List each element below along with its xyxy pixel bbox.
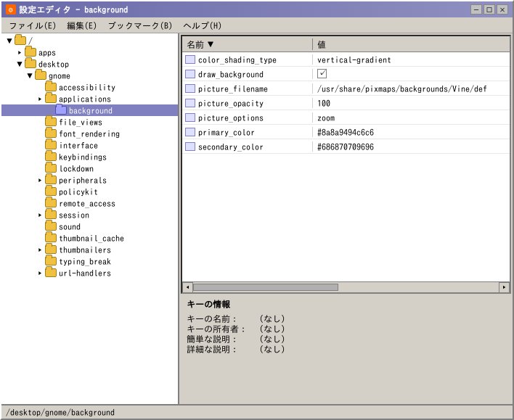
table-row[interactable]: picture_opacity 100 xyxy=(182,96,510,110)
expand-arrow-desktop: ▼ xyxy=(15,59,25,69)
scroll-track[interactable] xyxy=(193,284,499,291)
tree-label-lockdown: lockdown xyxy=(59,164,94,173)
titlebar-buttons: － □ × xyxy=(470,4,508,15)
tree-item-url-handlers[interactable]: ▶ url-handlers xyxy=(1,267,178,279)
tree-label-keybindings: keybindings xyxy=(59,152,107,161)
tree-label-url-handlers: url-handlers xyxy=(59,268,111,277)
tree-item-peripherals[interactable]: ▶ peripherals xyxy=(1,174,178,186)
folder-icon-gnome xyxy=(35,71,46,80)
left-panel-container: ▼ / ▶ apps ▼ desktop ▼ xyxy=(1,33,179,404)
cell-name-picture-opacity: picture_opacity xyxy=(182,98,313,108)
tree-item-apps[interactable]: ▶ apps xyxy=(1,46,178,58)
tree-item-thumbnailers[interactable]: ▶ thumbnailers xyxy=(1,244,178,255)
cell-name-primary-color: primary_color xyxy=(182,127,313,137)
folder-icon-thumbnailers xyxy=(45,245,57,254)
tree-item-font-rendering[interactable]: ▶ font_rendering xyxy=(1,128,178,139)
info-label-short-desc: 簡単な説明： xyxy=(187,334,252,343)
close-button[interactable]: × xyxy=(497,4,508,15)
tree-label-interface: interface xyxy=(59,141,98,149)
info-value-key-name: （なし） xyxy=(255,314,290,323)
info-label-key-owner: キーの所有者： xyxy=(187,324,252,333)
cell-value-picture-opacity: 100 xyxy=(313,98,335,108)
tree-item-session[interactable]: ▶ session xyxy=(1,209,178,221)
cell-name-draw-background: draw_background xyxy=(182,69,313,79)
tree-label-gnome: gnome xyxy=(49,71,70,80)
table-row[interactable]: color_shading_type vertical-gradient xyxy=(182,52,510,67)
cell-name-color-shading-type: color_shading_type xyxy=(182,54,313,65)
tree-item-lockdown[interactable]: ▶ lockdown xyxy=(1,162,178,174)
tree-view[interactable]: ▼ / ▶ apps ▼ desktop ▼ xyxy=(1,33,178,404)
tree-item-interface[interactable]: ▶ interface xyxy=(1,139,178,151)
titlebar: ⚙ 設定エディタ - background － □ × xyxy=(1,1,513,17)
tree-label-session: session xyxy=(59,210,89,219)
maximize-button[interactable]: □ xyxy=(484,4,495,15)
table-row[interactable]: draw_background xyxy=(182,67,510,81)
info-row-short-desc: 簡単な説明： （なし） xyxy=(187,334,505,343)
tree-label-applications: applications xyxy=(59,94,111,103)
tree-item-file-views[interactable]: ▶ file_views xyxy=(1,116,178,128)
row-icon xyxy=(185,70,195,78)
cell-value-primary-color: #8a8a9494c6c6 xyxy=(313,127,378,137)
menu-help[interactable]: ヘルプ(H) xyxy=(179,20,227,31)
checkbox-checked-icon xyxy=(317,69,327,78)
table-container: 名前 ▼ 値 color_shading_type vertical-gradi… xyxy=(181,35,511,294)
tree-item-accessibility[interactable]: ▶ accessibility xyxy=(1,81,178,93)
info-row-long-desc: 詳細な説明： （なし） xyxy=(187,345,505,353)
row-icon xyxy=(185,99,195,107)
menu-file[interactable]: ファイル(E) xyxy=(4,20,61,31)
expand-arrow-url-handlers: ▶ xyxy=(35,268,45,278)
row-icon xyxy=(185,55,195,64)
tree-item-desktop[interactable]: ▼ desktop xyxy=(1,58,178,70)
tree-label-background: background xyxy=(69,106,113,115)
tree-item-background[interactable]: ▶ background xyxy=(1,104,178,116)
folder-icon-session xyxy=(45,210,57,219)
row-icon xyxy=(185,128,195,136)
expand-arrow-session: ▶ xyxy=(35,210,45,220)
table-row[interactable]: primary_color #8a8a9494c6c6 xyxy=(182,125,510,139)
scroll-thumb[interactable] xyxy=(193,284,338,291)
row-icon xyxy=(185,113,195,122)
cell-value-picture-options: zoom xyxy=(313,112,339,123)
folder-icon-file-views xyxy=(45,118,57,126)
tree-item-typing-break[interactable]: ▶ typing_break xyxy=(1,255,178,267)
scroll-right-button[interactable]: ▶ xyxy=(499,282,510,293)
scroll-left-button[interactable]: ◀ xyxy=(182,282,193,293)
expand-arrow-apps: ▶ xyxy=(15,47,25,57)
expand-arrow-applications: ▶ xyxy=(35,94,45,104)
cell-name-picture-options: picture_options xyxy=(182,112,313,123)
tree-item-thumbnail-cache[interactable]: ▶ thumbnail_cache xyxy=(1,232,178,244)
column-header-name[interactable]: 名前 ▼ xyxy=(182,38,313,50)
table-row[interactable]: picture_options zoom xyxy=(182,110,510,125)
menu-bookmarks[interactable]: ブックマーク(B) xyxy=(103,20,177,31)
row-icon xyxy=(185,142,195,151)
tree-item-remote-access[interactable]: ▶ remote_access xyxy=(1,197,178,209)
info-value-long-desc: （なし） xyxy=(255,345,290,353)
folder-icon-keybindings xyxy=(45,152,57,161)
tree-item-root[interactable]: ▼ / xyxy=(1,35,178,46)
tree-item-applications[interactable]: ▶ applications xyxy=(1,93,178,104)
expand-arrow-gnome: ▼ xyxy=(25,70,35,81)
table-body[interactable]: color_shading_type vertical-gradient dra… xyxy=(182,52,510,281)
minimize-button[interactable]: － xyxy=(470,4,482,15)
tree-item-keybindings[interactable]: ▶ keybindings xyxy=(1,151,178,162)
tree-label-desktop: desktop xyxy=(38,59,69,68)
sort-arrow-icon: ▼ xyxy=(207,41,214,48)
cell-value-secondary-color: #686870709696 xyxy=(313,141,378,152)
tree-label-sound: sound xyxy=(59,222,81,231)
expand-arrow-thumbnailers: ▶ xyxy=(35,244,45,255)
folder-icon-sound xyxy=(45,222,57,231)
table-row[interactable]: picture_filename /usr/share/pixmaps/back… xyxy=(182,81,510,96)
tree-item-policykit[interactable]: ▶ policykit xyxy=(1,186,178,197)
tree-label-policykit: policykit xyxy=(59,187,98,196)
tree-label-remote-access: remote_access xyxy=(59,199,115,207)
tree-item-gnome[interactable]: ▼ gnome xyxy=(1,70,178,81)
tree-item-sound[interactable]: ▶ sound xyxy=(1,221,178,232)
horizontal-scrollbar[interactable]: ◀ ▶ xyxy=(182,281,510,292)
folder-icon-peripherals xyxy=(45,176,57,184)
folder-icon-lockdown xyxy=(45,164,57,173)
tree-label-peripherals: peripherals xyxy=(59,176,107,184)
app-icon: ⚙ xyxy=(6,4,16,15)
menu-edit[interactable]: 編集(E) xyxy=(62,20,102,31)
table-row[interactable]: secondary_color #686870709696 xyxy=(182,139,510,154)
info-label-key-name: キーの名前： xyxy=(187,314,252,323)
